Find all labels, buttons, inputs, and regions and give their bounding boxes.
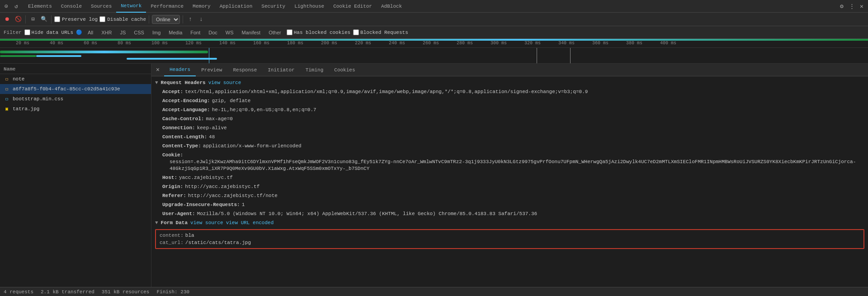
filter-img-btn[interactable]: Img bbox=[150, 29, 163, 36]
devtools-pointer-icon[interactable]: ⊙ bbox=[2, 2, 11, 11]
header-row-accept-encoding: Accept-Encoding: gzip, deflate bbox=[155, 96, 864, 105]
form-row-cat-url: cat_url: /static/cats/tatra.jpg bbox=[160, 239, 860, 246]
detail-tab-initiator[interactable]: Initiator bbox=[262, 64, 300, 76]
header-value-accept: text/html,application/xhtml+xml,applicat… bbox=[185, 88, 588, 95]
form-data-content: content: bla cat_url: /static/cats/tatra… bbox=[155, 229, 864, 249]
disable-cache-input[interactable] bbox=[99, 16, 105, 22]
preserve-log-input[interactable] bbox=[54, 16, 60, 22]
tl-cursor-2 bbox=[537, 48, 537, 64]
blocked-requests-checkbox[interactable]: Blocked Requests bbox=[353, 29, 408, 35]
header-value-cache-control: max-age=0 bbox=[206, 115, 232, 122]
tl-mark-15: 320 ms bbox=[524, 41, 541, 46]
tl-mark-18: 380 ms bbox=[626, 41, 642, 46]
list-item-note[interactable]: ◻ note bbox=[0, 74, 151, 84]
preserve-log-checkbox[interactable]: Preserve log bbox=[54, 16, 98, 22]
blocked-requests-input[interactable] bbox=[353, 29, 359, 35]
tab-adblock[interactable]: AdBlock bbox=[377, 0, 406, 13]
tl-mark-11: 240 ms bbox=[389, 41, 405, 46]
tab-sources[interactable]: Sources bbox=[86, 0, 116, 13]
header-row-content-length: Content-Length: 48 bbox=[155, 132, 864, 141]
detail-close-btn[interactable]: × bbox=[153, 66, 162, 75]
tl-mark-7: 160 ms bbox=[253, 41, 269, 46]
record-icon[interactable]: ⏺ bbox=[3, 15, 12, 24]
form-view-url-encoded-link[interactable]: view URL encoded bbox=[226, 220, 274, 226]
toolbar-sep-2 bbox=[51, 15, 52, 23]
tab-console[interactable]: Console bbox=[57, 0, 86, 13]
list-item-bootstrap[interactable]: ◻ bootstrap.min.css bbox=[0, 94, 151, 104]
clear-icon[interactable]: 🚫 bbox=[14, 15, 23, 24]
has-blocked-cookies-input[interactable] bbox=[287, 29, 292, 35]
status-requests: 4 requests bbox=[4, 289, 33, 295]
timeline-bar-area bbox=[0, 48, 868, 64]
export-icon[interactable]: ↓ bbox=[197, 15, 206, 24]
filter-manifest-btn[interactable]: Manifest bbox=[239, 29, 264, 36]
form-row-content: content: bla bbox=[160, 232, 860, 239]
header-value-cookie: session=.eJwljk2KwzAMha9itC6DYlmxnVPMf1h… bbox=[162, 159, 857, 172]
header-value-referer: http://yacc.zajebistyc.tf/note bbox=[188, 192, 278, 199]
tab-security[interactable]: Security bbox=[257, 0, 290, 13]
filter-all-btn[interactable]: All bbox=[85, 29, 96, 36]
tl-mark-13: 280 ms bbox=[457, 41, 473, 46]
tab-memory[interactable]: Memory bbox=[188, 0, 215, 13]
tab-network[interactable]: Network bbox=[116, 0, 146, 13]
header-row-user-agent: User-Agent: Mozilla/5.0 (Windows NT 10.0… bbox=[155, 209, 864, 218]
tl-mark-19: 400 ms bbox=[660, 41, 676, 46]
detail-tab-response[interactable]: Response bbox=[227, 64, 262, 76]
tl-mark-0: 20 ms bbox=[16, 41, 29, 46]
filter-js-btn[interactable]: JS bbox=[118, 29, 129, 36]
hide-data-urls-input[interactable] bbox=[24, 29, 30, 35]
detail-tab-timing[interactable]: Timing bbox=[300, 64, 329, 76]
filter-ws-btn[interactable]: WS bbox=[223, 29, 236, 36]
detail-tab-headers[interactable]: Headers bbox=[164, 64, 196, 76]
tl-mark-14: 300 ms bbox=[491, 41, 507, 46]
status-finish: Finish: 230 bbox=[156, 289, 189, 295]
list-item-tatra[interactable]: ▣ tatra.jpg bbox=[0, 104, 151, 114]
filter-icon[interactable]: ⊟ bbox=[28, 15, 38, 24]
filter-font-btn[interactable]: Font bbox=[188, 29, 203, 36]
disable-cache-checkbox[interactable]: Disable cache bbox=[99, 16, 146, 22]
detail-tab-cookies[interactable]: Cookies bbox=[329, 64, 360, 76]
tl-bar-1 bbox=[0, 51, 208, 53]
network-throttle-select[interactable]: Online bbox=[152, 15, 180, 24]
filter-other-btn[interactable]: Other bbox=[266, 29, 284, 36]
tl-mark-12: 260 ms bbox=[423, 41, 439, 46]
tl-mark-17: 360 ms bbox=[592, 41, 609, 46]
devtools-reload-icon[interactable]: ↺ bbox=[12, 2, 21, 11]
hide-data-urls-checkbox[interactable]: Hide data URLs bbox=[24, 29, 73, 35]
tab-elements[interactable]: Elements bbox=[24, 0, 57, 13]
view-source-link[interactable]: view source bbox=[208, 80, 241, 85]
has-blocked-cookies-checkbox[interactable]: Has blocked cookies bbox=[287, 29, 350, 35]
filter-doc-btn[interactable]: Doc bbox=[206, 29, 220, 36]
tab-lighthouse[interactable]: Lighthouse bbox=[290, 0, 329, 13]
filter-divider-1: 🔵 bbox=[76, 29, 82, 35]
import-icon[interactable]: ↑ bbox=[186, 15, 195, 24]
tab-application[interactable]: Application bbox=[215, 0, 257, 13]
filter-css-btn[interactable]: CSS bbox=[131, 29, 147, 36]
tab-performance[interactable]: Performance bbox=[146, 0, 188, 13]
header-value-content-length: 48 bbox=[209, 133, 215, 141]
close-devtools-icon[interactable]: ✕ bbox=[857, 2, 866, 11]
filter-media-btn[interactable]: Media bbox=[166, 29, 185, 36]
filter-xhr-btn[interactable]: XHR bbox=[99, 29, 114, 36]
form-field-content-name: content: bbox=[160, 233, 184, 238]
tl-bar-2 bbox=[0, 55, 36, 57]
list-item-a6f7[interactable]: ◻ a6f7a8f5-f0b4-4fac-85cc-c02d5a41c93e bbox=[0, 84, 151, 94]
more-options-icon[interactable]: ⋮ bbox=[847, 2, 856, 11]
header-name-content-type: Content-Type: bbox=[162, 142, 201, 150]
header-value-host: yacc.zajebistyc.tf bbox=[179, 174, 233, 181]
detail-tab-preview[interactable]: Preview bbox=[196, 64, 227, 76]
form-view-source-link[interactable]: view source bbox=[190, 220, 223, 226]
search-icon[interactable]: 🔍 bbox=[39, 15, 48, 24]
main-content: Name ◻ note ◻ a6f7a8f5-f0b4-4fac-85cc-c0… bbox=[0, 64, 868, 287]
timeline-area: 20 ms 40 ms 60 ms 80 ms 100 ms 120 ms 14… bbox=[0, 39, 868, 64]
header-value-accept-encoding: gzip, deflate bbox=[212, 97, 251, 104]
tl-mark-16: 340 ms bbox=[558, 41, 575, 46]
header-row-accept-language: Accept-Language: he-IL,he;q=0.9,en-US;q=… bbox=[155, 105, 864, 114]
tab-cookie-editor[interactable]: Cookie Editor bbox=[329, 0, 377, 13]
settings-icon[interactable]: ⚙ bbox=[837, 2, 846, 11]
status-bar: 4 requests 2.1 kB transferred 351 kB res… bbox=[0, 287, 868, 296]
toolbar-sep-3 bbox=[149, 15, 149, 23]
header-name-user-agent: User-Agent: bbox=[162, 210, 195, 217]
tl-mark-8: 180 ms bbox=[287, 41, 303, 46]
status-resources: 351 kB resources bbox=[102, 289, 150, 295]
